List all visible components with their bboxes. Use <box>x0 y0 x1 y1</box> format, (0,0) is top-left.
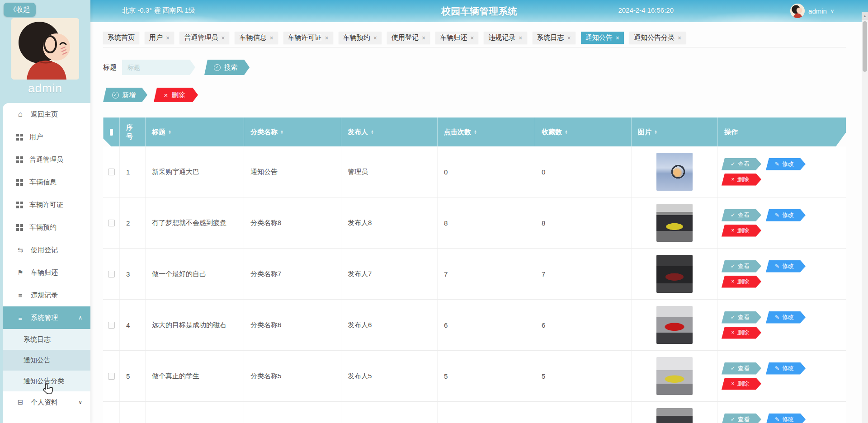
add-button[interactable]: ✓ 新增 <box>103 88 147 102</box>
close-icon[interactable]: × <box>422 35 425 41</box>
sidebar-menu-item[interactable]: 车辆信息 <box>3 171 90 193</box>
tab[interactable]: 违规记录 × <box>484 32 527 44</box>
cell-title: 有了梦想就不会感到疲惫 <box>145 197 244 248</box>
close-icon[interactable]: × <box>616 35 619 41</box>
table-row: 1 新采购宇通大巴 通知公告 管理员 0 0 ✓ <box>103 146 846 197</box>
cell-category: 通知公告 <box>244 146 341 197</box>
tab[interactable]: 系统日志 × <box>533 32 576 44</box>
row-checkbox[interactable] <box>108 169 115 175</box>
close-icon[interactable]: × <box>470 35 474 41</box>
user-menu[interactable]: admin ∨ <box>790 4 834 18</box>
close-icon[interactable]: × <box>678 35 681 41</box>
row-delete-button[interactable]: × 删除 <box>722 378 761 390</box>
edit-button[interactable]: ✎ 修改 <box>766 362 806 375</box>
sidebar-menu-item[interactable]: ⇆ 使用登记 <box>3 239 90 261</box>
sidebar-menu-item[interactable]: 车辆预约 <box>3 216 90 239</box>
view-button[interactable]: ✓ 查看 <box>722 362 761 375</box>
sort-carets[interactable]: ▲ ▼ <box>474 130 477 135</box>
scrollbar-up-arrow[interactable]: ▲ <box>862 12 868 20</box>
sort-carets[interactable]: ▲ ▼ <box>371 130 374 135</box>
thumbnail-yellow-car-garage[interactable] <box>656 204 693 242</box>
title-search-input[interactable] <box>122 60 195 75</box>
list-icon: ≡ <box>16 291 24 299</box>
thumbnail-bridge[interactable] <box>656 153 693 191</box>
view-button[interactable]: ✓ 查看 <box>722 311 761 324</box>
cell-clicks <box>437 402 535 423</box>
close-icon[interactable]: × <box>519 35 522 41</box>
search-button[interactable]: ✓ 搜索 <box>204 60 250 75</box>
grid-icon <box>16 179 23 186</box>
tab[interactable]: 系统首页 <box>103 32 139 44</box>
sidebar-submenu-item[interactable]: 系统日志 <box>3 329 90 350</box>
sidebar-menu-item[interactable]: ≡ 系统管理 ∧ <box>3 306 90 329</box>
collapse-sidebar-button[interactable]: 《收起 <box>4 3 36 17</box>
edit-button[interactable]: ✎ 修改 <box>766 414 806 423</box>
sidebar-menu-item[interactable]: ≡ 违规记录 <box>3 284 90 306</box>
sort-carets[interactable]: ▲ ▼ <box>280 130 283 135</box>
row-checkbox[interactable] <box>108 322 115 329</box>
sort-carets[interactable]: ▲ ▼ <box>565 130 568 135</box>
table-header-cell: 点击次数 ▲ ▼ <box>437 118 535 146</box>
delete-button[interactable]: × 删除 <box>154 88 198 102</box>
tab[interactable]: 车辆信息 × <box>235 32 278 44</box>
close-icon[interactable]: × <box>221 35 225 41</box>
sidebar-menu-item[interactable]: 车辆许可证 <box>3 193 90 216</box>
view-button[interactable]: ✓ 查看 <box>722 209 761 221</box>
tab[interactable]: 通知公告 × <box>581 32 624 44</box>
view-button[interactable]: ✓ 查看 <box>722 260 761 273</box>
flag-icon: ⚑ <box>16 268 24 277</box>
tab[interactable]: 通知公告分类 × <box>629 32 686 44</box>
close-icon[interactable]: × <box>166 35 170 41</box>
table-header-cell: 分类名称 ▲ ▼ <box>244 118 341 146</box>
row-delete-button[interactable]: × 删除 <box>722 276 761 288</box>
edit-button[interactable]: ✎ 修改 <box>766 311 806 324</box>
row-delete-button[interactable]: × 删除 <box>722 327 761 339</box>
tab[interactable]: 用户 × <box>145 32 174 44</box>
sidebar-avatar <box>11 18 79 80</box>
tab[interactable]: 车辆归还 × <box>435 32 478 44</box>
tab[interactable]: 车辆许可证 × <box>283 32 333 44</box>
thumbnail-red-sports-car[interactable] <box>656 306 693 344</box>
thumbnail-dark-car[interactable] <box>656 408 693 423</box>
cell-category: 分类名称6 <box>244 300 341 350</box>
sort-carets[interactable]: ▲ ▼ <box>168 130 171 135</box>
check-icon: ✓ <box>731 366 735 371</box>
sidebar-menu-item[interactable]: 用户 <box>3 126 90 148</box>
row-checkbox[interactable] <box>108 220 115 226</box>
edit-button[interactable]: ✎ 修改 <box>766 260 806 273</box>
sidebar-submenu-item[interactable]: 通知公告 <box>3 350 90 371</box>
thumbnail-yellow-car-side[interactable] <box>656 357 693 395</box>
cell-title: 远大的目标是成功的磁石 <box>145 300 244 350</box>
select-all-checkbox[interactable] <box>110 129 113 136</box>
close-icon[interactable]: × <box>567 35 571 41</box>
sidebar-menu: ⌂ 返回主页 用户 普通管理员 <box>3 103 90 423</box>
app-window: 《收起 admin ⌂ 返回主页 <box>0 0 868 423</box>
row-delete-button[interactable]: × 删除 <box>722 174 761 186</box>
row-checkbox[interactable] <box>108 271 115 277</box>
scrollbar-thumb[interactable] <box>863 21 867 72</box>
row-delete-button[interactable]: × 删除 <box>722 225 761 237</box>
page-title: 校园车辆管理系统 <box>441 5 517 18</box>
tab[interactable]: 普通管理员 × <box>179 32 229 44</box>
tab[interactable]: 使用登记 × <box>387 32 430 44</box>
sort-carets[interactable]: ▲ ▼ <box>654 130 657 135</box>
tab[interactable]: 车辆预约 × <box>339 32 382 44</box>
edit-button[interactable]: ✎ 修改 <box>766 209 806 221</box>
home-icon: ⌂ <box>16 110 24 119</box>
view-button[interactable]: ✓ 查看 <box>722 158 761 170</box>
close-icon[interactable]: × <box>325 35 329 41</box>
view-button[interactable]: ✓ 查看 <box>722 414 761 423</box>
close-icon[interactable]: × <box>373 35 377 41</box>
cell-actions: ✓ 查看 ✎ 修改 <box>717 402 846 423</box>
cell-image <box>631 197 717 248</box>
sidebar-menu-item[interactable]: 普通管理员 <box>3 148 90 171</box>
sidebar-menu-item[interactable]: ⌂ 返回主页 <box>3 103 90 126</box>
cell-no: 3 <box>119 249 145 299</box>
sidebar-menu-item[interactable]: ⚑ 车辆归还 <box>3 261 90 284</box>
close-icon[interactable]: × <box>269 35 273 41</box>
check-icon: ✓ <box>731 212 735 218</box>
row-checkbox[interactable] <box>108 373 115 380</box>
thumbnail-dark-sports-car[interactable] <box>656 255 693 293</box>
edit-button[interactable]: ✎ 修改 <box>766 158 806 170</box>
cell-image <box>631 351 717 401</box>
